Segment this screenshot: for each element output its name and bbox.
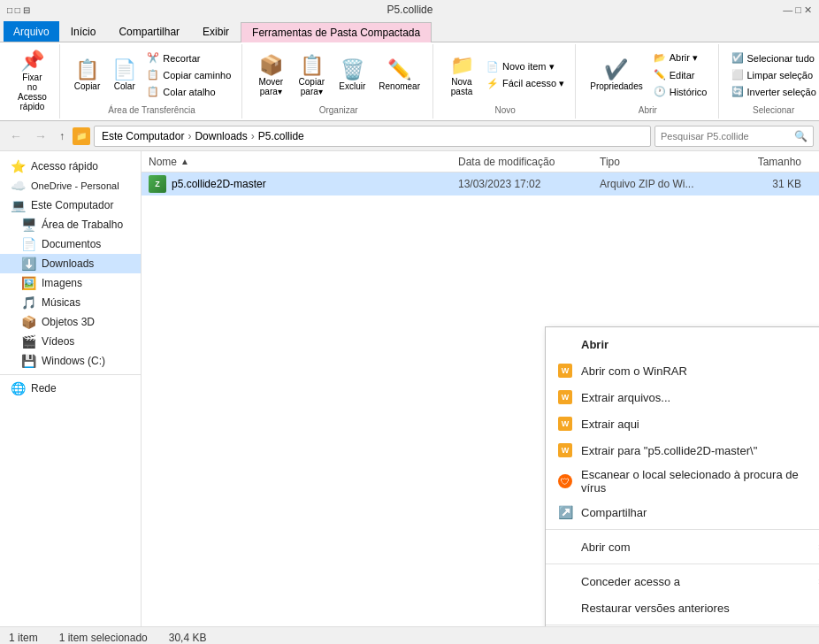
btn-abrir[interactable]: 📂 Abrir ▾ [650,50,711,65]
desktop-icon: 🖥️ [21,218,36,232]
ctx-abrir-icon [556,335,574,353]
ribbon-tabs: Arquivo Início Compartilhar Exibir Ferra… [0,19,819,42]
col-data[interactable]: Data de modificação [458,156,600,168]
search-input[interactable] [661,131,794,142]
sidebar-label-musicas: Músicas [42,296,80,309]
title-bar-text: P5.collide [37,4,784,16]
ctx-escanear-label: Escanear o local selecionado à procura d… [581,468,819,494]
btn-copiar[interactable]: 📋 Copiar [69,55,105,95]
sidebar-item-musicas[interactable]: 🎵 Músicas [0,293,141,312]
ribbon: 📌 Fixar noAcesso rápido 📋 Copiar 📄 Colar [0,42,819,121]
sidebar-item-objetos3d[interactable]: 📦 Objetos 3D [0,312,141,332]
btn-copiar-para[interactable]: 📋 Copiarpara▾ [292,50,331,100]
sidebar-item-onedrive[interactable]: ☁️ OneDrive - Personal [0,176,141,196]
ctx-extrair-para[interactable]: W Extrair para "p5.collide2D-master\" [546,437,819,464]
ctx-abrir[interactable]: Abrir [546,331,819,357]
sidebar-label-objetos3d: Objetos 3D [42,316,95,328]
sidebar-item-area-trabalho[interactable]: 🖥️ Área de Trabalho [0,215,141,234]
btn-excluir[interactable]: 🗑️ Excluir [333,55,371,95]
ctx-restaurar[interactable]: Restaurar versões anteriores [546,594,819,621]
zip-file-icon: Z [149,175,166,193]
btn-inverter-selecao[interactable]: 🔄 Inverter seleção [728,84,820,99]
sidebar-item-imagens[interactable]: 🖼️ Imagens [0,273,141,293]
context-menu: Abrir W Abrir com o WinRAR W Extrair arq… [545,326,819,626]
btn-colar[interactable]: 📄 Colar [107,55,142,95]
sidebar-item-videos[interactable]: 🎬 Vídeos [0,332,141,351]
file-area: Nome ▲ Data de modificação Tipo Tamanho … [142,151,819,626]
ctx-abrir-com[interactable]: Abrir com › [546,533,819,560]
sidebar-item-este-computador[interactable]: 💻 Este Computador [0,196,141,215]
btn-recortar[interactable]: ✂️ Recortar [143,50,234,65]
sidebar-separator [0,374,141,375]
paste-shortcut-icon: 📋 [147,86,159,97]
ctx-winrar-label: Abrir com o WinRAR [581,364,819,378]
btn-novo-item[interactable]: 📄 Novo item ▾ [483,59,568,74]
ctx-extrair-para-icon: W [556,441,574,459]
ctx-restaurar-label: Restaurar versões anteriores [581,602,819,615]
ctx-extrair-aqui-label: Extrair aqui [581,418,819,431]
tab-extrair[interactable]: Ferramentas de Pasta Compactada [241,22,432,42]
breadcrumb-item-1[interactable]: Este Computador [102,130,184,142]
copy-to-icon: 📋 [300,54,324,77]
ctx-compartilhar[interactable]: ↗️ Compartilhar [546,499,819,525]
btn-historico[interactable]: 🕐 Histórico [650,84,711,99]
nav-up[interactable]: ↑ [55,127,69,145]
btn-facil-acesso[interactable]: ⚡ Fácil acesso ▾ [483,76,568,91]
tab-compartilhar[interactable]: Compartilhar [107,21,191,42]
sidebar-item-windows-c[interactable]: 💾 Windows (C:) [0,351,141,371]
ctx-sep-3 [546,625,819,625]
breadcrumb-item-3[interactable]: P5.collide [258,130,304,142]
btn-editar[interactable]: ✏️ Editar [650,67,711,82]
sidebar-item-rede[interactable]: 🌐 Rede [0,379,141,398]
search-box[interactable]: 🔍 [654,126,814,147]
btn-colar-atalho[interactable]: 📋 Colar atalho [143,84,234,99]
ctx-winrar[interactable]: W Abrir com o WinRAR [546,357,819,384]
breadcrumb-item-2[interactable]: Downloads [195,130,247,142]
file-date: 13/03/2023 17:02 [458,178,600,190]
tab-arquivo[interactable]: Arquivo [4,21,59,42]
ctx-winrar-icon: W [556,362,574,380]
sidebar-item-downloads[interactable]: ⬇️ Downloads [0,254,141,273]
breadcrumb-sep-1: › [188,130,191,142]
sidebar-label-videos: Vídeos [42,335,74,348]
ctx-conceder-acesso[interactable]: Conceder acesso a › [546,568,819,594]
tab-inicio[interactable]: Início [59,21,108,42]
sidebar-item-documentos[interactable]: 📄 Documentos [0,234,141,254]
sidebar-label-windows-c: Windows (C:) [42,355,105,367]
nav-back[interactable]: ← [5,126,27,146]
btn-propriedades[interactable]: ✔️ Propriedades [585,55,647,95]
btn-renomear[interactable]: ✏️ Renomear [373,55,425,95]
copy-icon: 📋 [75,58,99,81]
btn-copiar-caminho[interactable]: 📋 Copiar caminho [143,67,234,82]
btn-nova-pasta[interactable]: 📁 Novapasta [442,50,481,100]
col-nome[interactable]: Nome ▲ [149,156,458,168]
ctx-compartilhar-label: Compartilhar [581,506,819,519]
nav-forward[interactable]: → [30,126,51,146]
ctx-extrair-aqui[interactable]: W Extrair aqui [546,410,819,437]
sidebar-item-acesso-rapido[interactable]: ⭐ Acesso rápido [0,157,141,176]
ctx-escanear-icon: 🛡 [556,472,574,490]
ctx-abrir-com-icon [556,538,574,556]
col-tipo[interactable]: Tipo [600,156,723,168]
ctx-sep-1 [546,529,819,530]
documents-icon: 📄 [21,237,36,251]
col-tamanho[interactable]: Tamanho [723,156,812,168]
breadcrumb[interactable]: Este Computador › Downloads › P5.collide [94,126,651,147]
tab-exibir[interactable]: Exibir [191,21,241,42]
clear-select-icon: ⬜ [731,69,744,80]
btn-mover-para[interactable]: 📦 Moverpara▾ [251,50,290,100]
ctx-extrair-aqui-icon: W [556,415,574,433]
onedrive-icon: ☁️ [11,179,26,193]
ctx-extrair-arquivos[interactable]: W Extrair arquivos... [546,384,819,410]
btn-pin[interactable]: 📌 Fixar noAcesso rápido [12,48,52,115]
btn-limpar-selecao[interactable]: ⬜ Limpar seleção [728,67,820,82]
ctx-conceder-icon [556,572,574,590]
status-selected-info: 1 item selecionado [59,632,148,644]
file-list-header: Nome ▲ Data de modificação Tipo Tamanho [142,151,819,172]
move-icon: 📦 [259,54,283,77]
sidebar-label-imagens: Imagens [42,277,82,289]
file-row[interactable]: Z p5.collide2D-master 13/03/2023 17:02 A… [142,172,819,196]
btn-selecionar-tudo[interactable]: ☑️ Selecionar tudo [728,50,820,65]
ctx-escanear[interactable]: 🛡 Escanear o local selecionado à procura… [546,464,819,499]
ctx-restaurar-icon [556,599,574,617]
